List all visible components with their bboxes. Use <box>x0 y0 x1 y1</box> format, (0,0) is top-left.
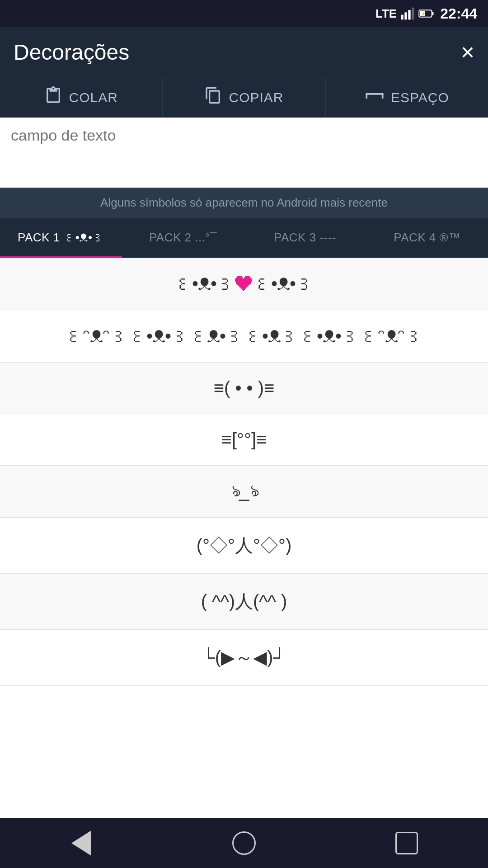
lte-icon: LTE <box>375 7 397 21</box>
list-item[interactable]: ( ^^)人(^^ ) <box>0 574 488 630</box>
home-icon <box>232 831 256 855</box>
svg-rect-8 <box>366 93 383 95</box>
text-area-container <box>0 118 488 188</box>
home-button[interactable] <box>226 825 262 861</box>
back-icon <box>71 830 91 856</box>
tab-pack4[interactable]: PACK 4 ®™ <box>366 218 488 257</box>
copy-icon <box>204 86 222 108</box>
bottom-nav <box>0 818 488 868</box>
copy-button[interactable]: COPIAR <box>163 77 325 118</box>
svg-rect-10 <box>382 93 384 99</box>
list-item[interactable]: ꒰•ᴥ•꒱❤꒰•ᴥ•꒱ <box>0 258 488 310</box>
svg-rect-3 <box>412 8 414 20</box>
signal-icon <box>400 6 415 21</box>
svg-text:⚡: ⚡ <box>421 12 426 17</box>
paste-icon <box>44 86 62 108</box>
paste-button[interactable]: COLAR <box>0 77 163 118</box>
main-content: Decorações × COLAR COPIAR <box>0 27 488 818</box>
svg-rect-0 <box>401 15 403 20</box>
info-text: Alguns símbolos só aparecem no Android m… <box>0 188 488 218</box>
space-icon <box>365 87 385 108</box>
time-display: 22:44 <box>440 5 477 22</box>
status-bar: LTE ⚡ 22:44 <box>0 0 488 27</box>
svg-rect-9 <box>366 93 367 99</box>
back-button[interactable] <box>63 825 99 861</box>
close-button[interactable]: × <box>461 40 474 64</box>
toolbar: COLAR COPIAR ESPAÇO <box>0 77 488 118</box>
list-item[interactable]: └(▶～◀)┘ <box>0 630 488 686</box>
list-item[interactable]: ≡[°°]≡ <box>0 414 488 466</box>
space-button[interactable]: ESPAÇO <box>326 77 488 118</box>
tab-pack2[interactable]: PACK 2 ...°¯ <box>122 218 244 257</box>
space-label: ESPAÇO <box>391 90 449 105</box>
recent-icon <box>395 832 418 854</box>
tab-pack3[interactable]: PACK 3 ---- <box>244 218 366 257</box>
header: Decorações × <box>0 27 488 77</box>
decoration-list: ꒰•ᴥ•꒱❤꒰•ᴥ•꒱ ꒰ᵔᴥᵔ꒱꒰•ᴥ•꒱꒰ᴥ•꒱꒰•ᴥ꒱꒰•ᴥ•꒱꒰ᵔᴥᵔ꒱… <box>0 258 488 818</box>
tab-pack1[interactable]: PACK 1 ꒰•ᴥ•꒱ <box>0 218 122 257</box>
text-input[interactable] <box>11 127 477 176</box>
status-icons: LTE ⚡ <box>375 6 435 21</box>
recent-button[interactable] <box>389 825 425 861</box>
paste-label: COLAR <box>69 90 117 105</box>
list-item[interactable]: ꒰ᵔᴥᵔ꒱꒰•ᴥ•꒱꒰ᴥ•꒱꒰•ᴥ꒱꒰•ᴥ•꒱꒰ᵔᴥᵔ꒱ <box>0 310 488 363</box>
app-title: Decorações <box>14 40 129 65</box>
svg-rect-2 <box>408 10 410 19</box>
svg-rect-1 <box>404 12 407 19</box>
svg-rect-5 <box>432 12 434 15</box>
battery-icon: ⚡ <box>418 6 435 21</box>
tabs-container: PACK 1 ꒰•ᴥ•꒱ PACK 2 ...°¯ PACK 3 ---- PA… <box>0 218 488 258</box>
list-item[interactable]: (°◇°人°◇°) <box>0 518 488 574</box>
list-item[interactable]: ≡( • • )≡ <box>0 363 488 414</box>
list-item[interactable]: ঌ_ঌ <box>0 466 488 518</box>
copy-label: COPIAR <box>229 90 283 105</box>
